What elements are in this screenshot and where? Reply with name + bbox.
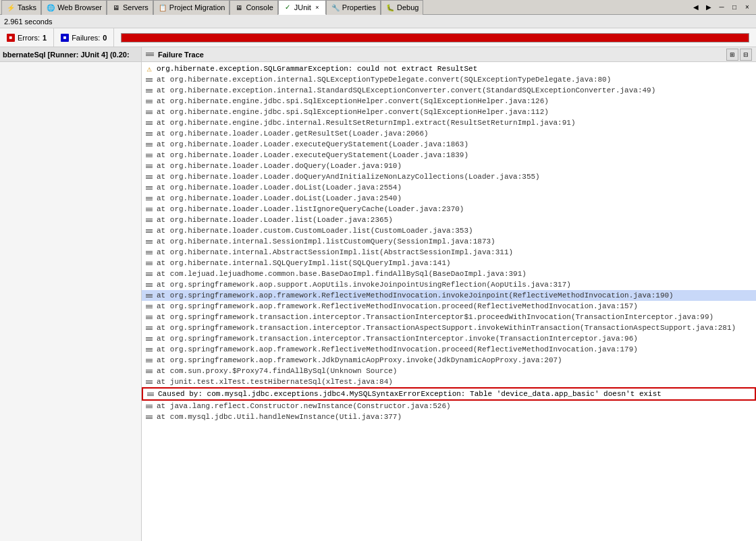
trace-text: at org.hibernate.engine.jdbc.spi.SqlExce… xyxy=(157,108,549,116)
trace-text: at org.hibernate.loader.Loader.doQuery(L… xyxy=(157,162,402,170)
trace-line[interactable]: at com.mysql.jdbc.Util.handleNewInstance… xyxy=(142,411,756,422)
trace-line[interactable]: at org.hibernate.loader.Loader.doQueryAn… xyxy=(142,171,756,182)
nav-fwd-btn[interactable]: ▶ xyxy=(703,1,715,13)
stack-icon xyxy=(144,366,154,376)
trace-line[interactable]: at junit.test.xlTest.testHibernateSql(xl… xyxy=(142,376,756,387)
trace-line[interactable]: ⚠org.hibernate.exception.SQLGrammarExcep… xyxy=(142,63,756,74)
window-controls: ◀ ▶ ─ □ × xyxy=(690,1,756,13)
stack-icon xyxy=(146,389,155,399)
tab-tasks[interactable]: ⚡ Tasks xyxy=(1,0,41,15)
tab-projectmigration[interactable]: 📋 Project Migration xyxy=(153,0,230,15)
trace-line[interactable]: at org.springframework.aop.framework.Ref… xyxy=(142,301,756,312)
trace-line[interactable]: at org.hibernate.engine.jdbc.internal.Re… xyxy=(142,117,756,128)
servers-icon: 🖥 xyxy=(111,3,121,12)
trace-line[interactable]: at java.lang.reflect.Constructor.newInst… xyxy=(142,401,756,411)
trace-text: at org.hibernate.internal.AbstractSessio… xyxy=(157,248,513,256)
trace-line[interactable]: at org.hibernate.engine.jdbc.spi.SqlExce… xyxy=(142,107,756,117)
tab-properties[interactable]: 🔧 Properties xyxy=(326,0,381,15)
trace-line[interactable]: at org.springframework.transaction.inter… xyxy=(142,322,756,333)
tab-debug[interactable]: 🐛 Debug xyxy=(381,0,423,15)
tab-properties-label: Properties xyxy=(342,3,376,11)
trace-line[interactable]: at org.hibernate.loader.Loader.list(Load… xyxy=(142,215,756,225)
trace-line[interactable]: at org.hibernate.exception.internal.Stan… xyxy=(142,85,756,96)
panel-action-split[interactable]: ⊟ xyxy=(740,49,752,61)
trace-text: at org.springframework.aop.support.AopUt… xyxy=(157,281,571,289)
trace-line[interactable]: at org.springframework.aop.support.AopUt… xyxy=(142,279,756,290)
trace-line[interactable]: at org.hibernate.loader.Loader.getResult… xyxy=(142,128,756,139)
trace-line[interactable]: at org.springframework.transaction.inter… xyxy=(142,312,756,322)
tab-tasks-label: Tasks xyxy=(18,3,36,11)
tab-servers[interactable]: 🖥 Servers xyxy=(107,0,153,15)
trace-text: at org.hibernate.loader.Loader.listIgnor… xyxy=(157,205,464,213)
left-panel-title: bbernateSql [Runner: JUnit 4] (0.20: xyxy=(3,51,130,59)
trace-line[interactable]: at org.hibernate.loader.Loader.doQuery(L… xyxy=(142,161,756,171)
minimize-btn[interactable]: ─ xyxy=(716,1,728,13)
nav-back-btn[interactable]: ◀ xyxy=(690,1,702,13)
tab-junit-close[interactable]: × xyxy=(313,3,321,11)
main-area: bbernateSql [Runner: JUnit 4] (0.20: Fai… xyxy=(0,47,756,541)
stack-icon xyxy=(144,334,154,343)
trace-line[interactable]: at org.hibernate.internal.SessionImpl.li… xyxy=(142,236,756,247)
trace-line[interactable]: at org.hibernate.loader.Loader.listIgnor… xyxy=(142,204,756,215)
stack-icon xyxy=(144,161,154,171)
trace-line[interactable]: at org.hibernate.loader.custom.CustomLoa… xyxy=(142,225,756,236)
trace-text: at junit.test.xlTest.testHibernateSql(xl… xyxy=(157,378,393,386)
trace-text: at org.springframework.aop.framework.Ref… xyxy=(157,291,674,300)
left-panel: bbernateSql [Runner: JUnit 4] (0.20: xyxy=(0,47,142,541)
debug-icon: 🐛 xyxy=(385,3,395,12)
trace-line[interactable]: at org.hibernate.internal.SQLQueryImpl.l… xyxy=(142,258,756,268)
tab-console-label: Console xyxy=(246,3,273,11)
trace-text: at org.hibernate.loader.Loader.doList(Lo… xyxy=(157,194,402,202)
tab-projectmigration-label: Project Migration xyxy=(169,3,225,11)
trace-content[interactable]: ⚠org.hibernate.exception.SQLGrammarExcep… xyxy=(142,62,756,541)
right-panel-header: Failure Trace ⊞ ⊟ xyxy=(142,47,756,62)
trace-line[interactable]: at org.hibernate.loader.Loader.executeQu… xyxy=(142,139,756,150)
trace-line[interactable]: at org.hibernate.exception.internal.SQLE… xyxy=(142,74,756,85)
tab-servers-label: Servers xyxy=(123,3,148,11)
projectmigration-icon: 📋 xyxy=(158,3,167,12)
trace-line[interactable]: at com.sun.proxy.$Proxy74.findAllBySql(U… xyxy=(142,366,756,376)
stack-icon xyxy=(144,401,154,411)
trace-line[interactable]: at org.hibernate.engine.jdbc.spi.SqlExce… xyxy=(142,96,756,107)
stack-icon xyxy=(144,269,154,279)
trace-line[interactable]: at com.lejuad.lejuadhome.common.base.Bas… xyxy=(142,268,756,279)
trace-text: org.hibernate.exception.SQLGrammarExcept… xyxy=(157,65,477,73)
properties-icon: 🔧 xyxy=(331,3,340,12)
trace-line[interactable]: at org.hibernate.loader.Loader.executeQu… xyxy=(142,150,756,161)
failure-trace-title: Failure Trace xyxy=(146,51,204,59)
left-panel-header: bbernateSql [Runner: JUnit 4] (0.20: xyxy=(0,47,141,62)
close-btn[interactable]: × xyxy=(741,1,753,13)
failures-count: 0 xyxy=(103,34,107,42)
maximize-btn[interactable]: □ xyxy=(728,1,740,13)
stack-icon xyxy=(144,183,154,192)
tab-bar: ⚡ Tasks 🌐 Web Browser 🖥 Servers 📋 Projec… xyxy=(0,0,756,15)
stack-icon xyxy=(144,302,154,311)
tab-webbrowser[interactable]: 🌐 Web Browser xyxy=(41,0,107,15)
trace-line[interactable]: at org.springframework.transaction.inter… xyxy=(142,333,756,344)
trace-text: Caused by: com.mysql.jdbc.exceptions.jdb… xyxy=(158,390,662,398)
failure-icon: ■ xyxy=(61,34,69,42)
trace-line[interactable]: at org.springframework.aop.framework.Ref… xyxy=(142,290,756,301)
junit-icon: ✓ xyxy=(283,3,292,12)
tab-console[interactable]: 🖥 Console xyxy=(230,0,277,15)
stack-icon xyxy=(144,345,154,354)
trace-text: at com.mysql.jdbc.Util.handleNewInstance… xyxy=(157,413,402,421)
tab-junit[interactable]: ✓ JUnit × xyxy=(278,0,326,15)
stack-icon xyxy=(144,237,154,246)
stack-icon xyxy=(144,258,154,268)
panel-action-grid[interactable]: ⊞ xyxy=(726,49,738,61)
trace-line[interactable]: at org.springframework.aop.framework.Jdk… xyxy=(142,355,756,366)
trace-text: at org.springframework.transaction.inter… xyxy=(157,324,736,332)
stack-icon xyxy=(144,226,154,235)
stack-icon xyxy=(144,377,154,387)
trace-line[interactable]: at org.hibernate.internal.AbstractSessio… xyxy=(142,247,756,258)
time-elapsed: 2.961 seconds xyxy=(4,18,53,26)
trace-line[interactable]: at org.hibernate.loader.Loader.doList(Lo… xyxy=(142,193,756,204)
trace-line[interactable]: Caused by: com.mysql.jdbc.exceptions.jdb… xyxy=(142,387,756,401)
stack-icon xyxy=(144,215,154,225)
trace-line[interactable]: at org.springframework.aop.framework.Ref… xyxy=(142,344,756,355)
panel-actions: ⊞ ⊟ xyxy=(726,49,752,61)
trace-line[interactable]: at org.hibernate.loader.Loader.doList(Lo… xyxy=(142,182,756,193)
stack-icon xyxy=(144,172,154,181)
trace-text: at org.springframework.aop.framework.Jdk… xyxy=(157,356,562,364)
